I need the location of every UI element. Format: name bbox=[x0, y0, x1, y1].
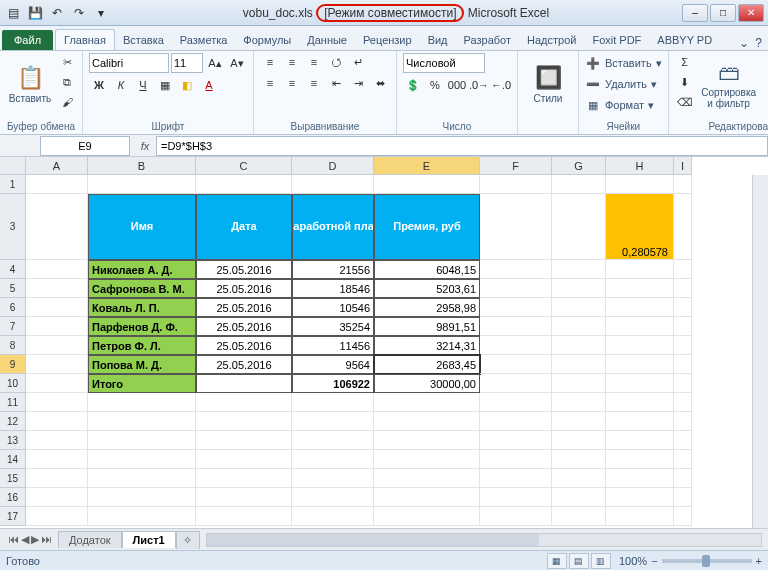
cell[interactable] bbox=[552, 194, 606, 260]
cell[interactable] bbox=[196, 393, 292, 412]
cell[interactable] bbox=[88, 469, 196, 488]
cell[interactable]: Премия, руб bbox=[374, 194, 480, 260]
cell[interactable] bbox=[606, 374, 674, 393]
cell[interactable]: 11456 bbox=[292, 336, 374, 355]
row-header-11[interactable]: 11 bbox=[0, 393, 26, 412]
cell[interactable] bbox=[480, 317, 552, 336]
cell[interactable] bbox=[480, 336, 552, 355]
row-header-5[interactable]: 5 bbox=[0, 279, 26, 298]
cell[interactable] bbox=[26, 431, 88, 450]
row-header-14[interactable]: 14 bbox=[0, 450, 26, 469]
cell[interactable] bbox=[88, 431, 196, 450]
excel-icon[interactable]: ▤ bbox=[4, 4, 22, 22]
name-box[interactable]: E9 bbox=[40, 136, 130, 156]
cell[interactable]: 0,280578 bbox=[606, 194, 674, 260]
inc-decimal-icon[interactable]: .0→ bbox=[469, 76, 489, 94]
indent-dec-icon[interactable]: ⇤ bbox=[326, 74, 346, 92]
zoom-in-icon[interactable]: + bbox=[756, 555, 762, 567]
currency-icon[interactable]: 💲 bbox=[403, 76, 423, 94]
cell[interactable] bbox=[606, 393, 674, 412]
cell[interactable]: 10546 bbox=[292, 298, 374, 317]
cell[interactable] bbox=[480, 431, 552, 450]
row-header-13[interactable]: 13 bbox=[0, 431, 26, 450]
cell[interactable] bbox=[480, 469, 552, 488]
qat-more-icon[interactable]: ▾ bbox=[92, 4, 110, 22]
col-header-G[interactable]: G bbox=[552, 157, 606, 175]
cell[interactable]: 18546 bbox=[292, 279, 374, 298]
align-center-icon[interactable]: ≡ bbox=[282, 74, 302, 92]
cell[interactable] bbox=[26, 374, 88, 393]
cell[interactable] bbox=[606, 469, 674, 488]
cell[interactable] bbox=[606, 260, 674, 279]
cell[interactable] bbox=[674, 412, 692, 431]
format-painter-icon[interactable]: 🖌 bbox=[58, 93, 76, 111]
cell[interactable]: 30000,00 bbox=[374, 374, 480, 393]
cell[interactable] bbox=[196, 469, 292, 488]
cell[interactable] bbox=[26, 260, 88, 279]
cell[interactable] bbox=[674, 260, 692, 279]
cell[interactable] bbox=[552, 317, 606, 336]
cell[interactable] bbox=[606, 355, 674, 374]
tab-developer[interactable]: Разработ bbox=[456, 30, 519, 50]
tab-data[interactable]: Данные bbox=[299, 30, 355, 50]
sheet-tab-1[interactable]: Додаток bbox=[58, 531, 122, 548]
cell[interactable] bbox=[480, 355, 552, 374]
cell[interactable]: 25.05.2016 bbox=[196, 298, 292, 317]
tab-review[interactable]: Рецензир bbox=[355, 30, 420, 50]
border-icon[interactable]: ▦ bbox=[155, 76, 175, 94]
cell[interactable] bbox=[480, 488, 552, 507]
new-sheet-button[interactable]: ✧ bbox=[176, 531, 200, 549]
cell[interactable]: Коваль Л. П. bbox=[88, 298, 196, 317]
select-all-corner[interactable] bbox=[0, 157, 26, 175]
cell[interactable] bbox=[606, 450, 674, 469]
cell[interactable]: Имя bbox=[88, 194, 196, 260]
minimize-ribbon-icon[interactable]: ⌄ bbox=[739, 36, 749, 50]
zoom-out-icon[interactable]: − bbox=[651, 555, 657, 567]
indent-inc-icon[interactable]: ⇥ bbox=[348, 74, 368, 92]
cell[interactable] bbox=[674, 336, 692, 355]
cell[interactable]: Итого bbox=[88, 374, 196, 393]
cell[interactable] bbox=[674, 175, 692, 194]
cell[interactable] bbox=[374, 469, 480, 488]
cell[interactable] bbox=[552, 175, 606, 194]
cell[interactable] bbox=[374, 507, 480, 526]
maximize-button[interactable]: □ bbox=[710, 4, 736, 22]
formula-input[interactable] bbox=[156, 136, 768, 156]
styles-button[interactable]: 🔲Стили bbox=[524, 53, 572, 117]
cell[interactable] bbox=[196, 374, 292, 393]
cell[interactable] bbox=[26, 279, 88, 298]
cell[interactable] bbox=[674, 393, 692, 412]
cell[interactable] bbox=[26, 336, 88, 355]
cell[interactable] bbox=[374, 175, 480, 194]
zoom-control[interactable]: 100% − + bbox=[619, 555, 762, 567]
cell[interactable] bbox=[480, 260, 552, 279]
cell[interactable] bbox=[26, 355, 88, 374]
col-header-I[interactable]: I bbox=[674, 157, 692, 175]
view-normal-icon[interactable]: ▦ bbox=[547, 553, 567, 569]
row-header-12[interactable]: 12 bbox=[0, 412, 26, 431]
close-button[interactable]: ✕ bbox=[738, 4, 764, 22]
cell[interactable]: 3214,31 bbox=[374, 336, 480, 355]
cells-area[interactable]: ИмяДатаСумма заработной платы, руб.Преми… bbox=[26, 175, 692, 526]
align-right-icon[interactable]: ≡ bbox=[304, 74, 324, 92]
cell[interactable]: Сумма заработной платы, руб. bbox=[292, 194, 374, 260]
col-header-A[interactable]: A bbox=[26, 157, 88, 175]
row-header-9[interactable]: 9 bbox=[0, 355, 26, 374]
cut-icon[interactable]: ✂ bbox=[58, 53, 76, 71]
col-header-B[interactable]: B bbox=[88, 157, 196, 175]
fill-icon[interactable]: ⬇ bbox=[675, 73, 695, 91]
comma-icon[interactable]: 000 bbox=[447, 76, 467, 94]
cell[interactable] bbox=[88, 488, 196, 507]
cell[interactable] bbox=[674, 298, 692, 317]
font-name-select[interactable] bbox=[89, 53, 169, 73]
tab-foxit[interactable]: Foxit PDF bbox=[584, 30, 649, 50]
cell[interactable] bbox=[552, 279, 606, 298]
row-header-6[interactable]: 6 bbox=[0, 298, 26, 317]
col-header-C[interactable]: C bbox=[196, 157, 292, 175]
cell[interactable] bbox=[552, 488, 606, 507]
worksheet-grid[interactable]: ABCDEFGHI 134567891011121314151617 ИмяДа… bbox=[0, 157, 768, 528]
cell[interactable] bbox=[606, 175, 674, 194]
cell[interactable] bbox=[26, 469, 88, 488]
cell[interactable] bbox=[606, 507, 674, 526]
cell[interactable]: 25.05.2016 bbox=[196, 336, 292, 355]
